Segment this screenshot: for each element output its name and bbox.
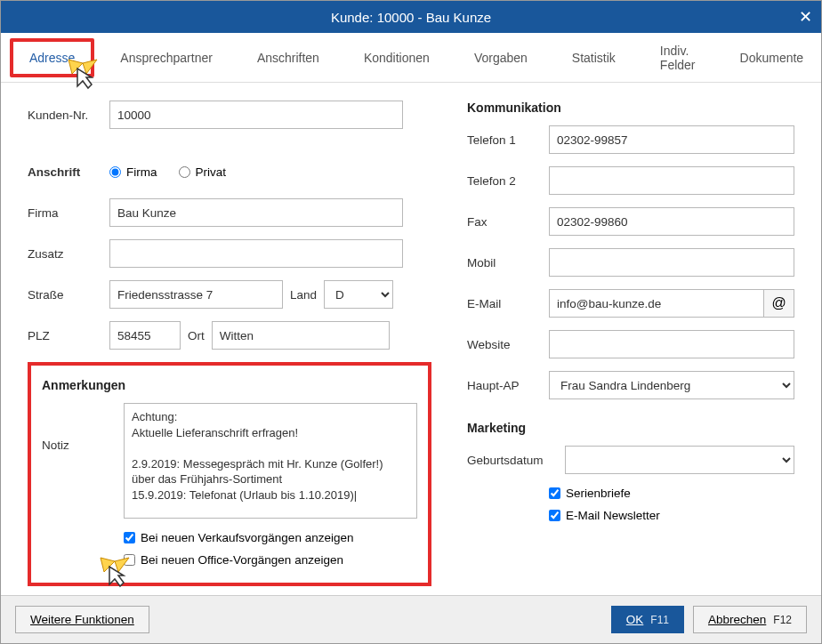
notiz-label: Notiz [42,439,124,452]
mobil-label: Mobil [467,256,549,270]
kundennr-label: Kunden-Nr. [28,109,109,122]
ok-button[interactable]: OKF11 [611,606,684,633]
tel1-input[interactable] [549,125,794,154]
tab-konditionen[interactable]: Konditionen [345,39,448,76]
window-title: Kunde: 10000 - Bau Kunze [331,10,491,25]
radio-firma[interactable]: Firma [109,165,157,179]
chk-verkauf[interactable] [124,532,135,543]
geburt-label: Geburtsdatum [467,454,565,467]
kommunikation-title: Kommunikation [467,101,794,115]
chk-office[interactable] [124,554,135,566]
radio-privat[interactable]: Privat [179,165,227,179]
ort-input[interactable] [212,321,390,350]
abbrechen-button[interactable]: AbbrechenF12 [693,606,807,633]
land-select[interactable]: D [324,280,393,309]
tel2-label: Telefon 2 [467,174,549,188]
right-column: Kommunikation Telefon 1 Telefon 2 Fax Mo… [467,101,794,586]
website-label: Website [467,338,549,351]
chk-serienbriefe-label: Serienbriefe [566,487,631,500]
anschrift-label: Anschrift [28,165,109,179]
close-button[interactable]: ✕ [789,1,821,33]
tab-vorgaben[interactable]: Vorgaben [455,39,546,76]
strasse-label: Straße [28,288,109,302]
mobil-input[interactable] [549,248,794,277]
tab-dokumente[interactable]: Dokumente [721,39,822,76]
left-column: Kunden-Nr. Anschrift Firma Privat Firma … [28,101,431,586]
firma-input[interactable] [109,198,403,227]
email-label: E-Mail [467,297,549,310]
footer: Weitere Funktionen OKF11 AbbrechenF12 [1,595,821,643]
hauptap-select[interactable]: Frau Sandra Lindenberg [549,371,794,399]
website-input[interactable] [549,330,794,358]
chk-newsletter-label: E-Mail Newsletter [566,509,660,522]
tab-ansprechpartner[interactable]: Ansprechpartner [101,39,231,76]
tab-bar: Adresse Ansprechpartner Anschriften Kond… [1,33,821,83]
titlebar: Kunde: 10000 - Bau Kunze ✕ [1,1,821,33]
tel1-label: Telefon 1 [467,133,549,147]
anmerkungen-title: Anmerkungen [42,378,417,392]
plz-label: PLZ [28,329,109,342]
land-label: Land [290,288,317,302]
tab-adresse[interactable]: Adresse [10,38,94,77]
email-at-button[interactable]: @ [764,289,794,318]
anmerkungen-section: Anmerkungen Notiz Bei neuen Verkaufsvorg… [28,362,431,586]
fax-label: Fax [467,215,549,229]
strasse-input[interactable] [109,280,283,309]
tab-anschriften[interactable]: Anschriften [238,39,338,76]
kundennr-input[interactable] [109,101,403,129]
firma-label: Firma [28,206,109,220]
ort-label: Ort [188,329,205,342]
chk-newsletter[interactable] [549,510,560,521]
chk-serienbriefe[interactable] [549,487,560,499]
hauptap-label: Haupt-AP [467,379,549,392]
plz-input[interactable] [109,321,181,350]
fax-input[interactable] [549,207,794,236]
tel2-input[interactable] [549,166,794,195]
zusatz-input[interactable] [109,239,403,268]
geburt-select[interactable] [565,446,794,474]
chk-verkauf-label: Bei neuen Verkaufsvorgängen anzeigen [141,531,353,544]
notiz-textarea[interactable] [124,403,417,519]
tab-statistik[interactable]: Statistik [553,39,634,76]
tab-indiv-felder[interactable]: Indiv. Felder [641,32,714,84]
weitere-funktionen-button[interactable]: Weitere Funktionen [15,606,149,633]
zusatz-label: Zusatz [28,247,109,261]
marketing-title: Marketing [467,421,794,435]
email-input[interactable] [549,289,764,318]
chk-office-label: Bei neuen Office-Vorgängen anzeigen [141,553,343,567]
